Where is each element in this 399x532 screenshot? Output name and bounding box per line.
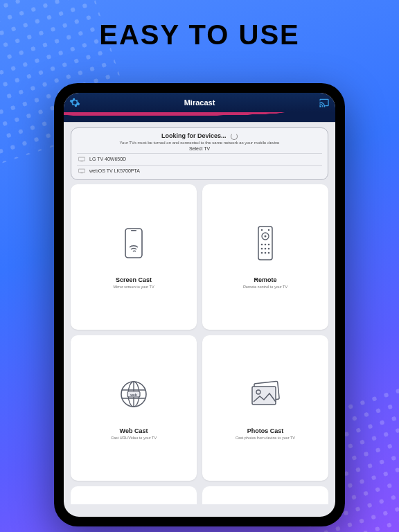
device-panel: Looking for Devices... Your TVs must be … bbox=[71, 127, 328, 180]
device-row[interactable]: LG TV 40W650D bbox=[77, 153, 322, 165]
svg-point-11 bbox=[261, 243, 263, 245]
card-subtitle: Remote control to your TV bbox=[243, 285, 287, 289]
svg-rect-1 bbox=[80, 161, 82, 161]
partial-card[interactable] bbox=[202, 486, 328, 504]
card-subtitle: Cast URL/Video to your TV bbox=[111, 436, 157, 440]
svg-point-17 bbox=[261, 251, 263, 254]
svg-point-15 bbox=[265, 247, 267, 249]
svg-rect-6 bbox=[258, 227, 272, 260]
looking-label: Looking for Devices... bbox=[161, 132, 227, 139]
svg-rect-25 bbox=[252, 387, 276, 405]
card-title: Screen Cast bbox=[116, 276, 152, 283]
svg-rect-2 bbox=[78, 169, 85, 172]
svg-text:web: web bbox=[130, 392, 137, 396]
promo-headline: EASY TO USE bbox=[0, 19, 399, 51]
partial-card[interactable] bbox=[71, 486, 197, 504]
svg-point-16 bbox=[268, 247, 270, 249]
app-title: Miracast bbox=[64, 98, 335, 107]
svg-point-10 bbox=[268, 229, 269, 230]
svg-rect-3 bbox=[80, 172, 82, 173]
card-subtitle: Cast photos from device to your TV bbox=[236, 436, 295, 440]
tv-icon bbox=[78, 157, 85, 162]
tablet-screen: Miracast Looking for Devices... Your TVs… bbox=[64, 93, 335, 517]
device-name: webOS TV LK5700PTA bbox=[89, 168, 140, 173]
tablet-frame: Miracast Looking for Devices... Your TVs… bbox=[54, 83, 345, 526]
screen-cast-card[interactable]: Screen Cast Mirror screen to your TV bbox=[71, 184, 197, 330]
svg-point-9 bbox=[261, 229, 263, 230]
svg-point-13 bbox=[268, 243, 270, 245]
svg-rect-5 bbox=[131, 230, 136, 231]
card-subtitle: Mirror screen to your TV bbox=[113, 285, 154, 289]
svg-point-14 bbox=[261, 247, 263, 249]
tv-icon bbox=[78, 168, 85, 174]
svg-rect-0 bbox=[78, 157, 85, 161]
card-title: Photos Cast bbox=[247, 427, 284, 434]
header-wave bbox=[64, 112, 335, 123]
card-title: Web Cast bbox=[120, 427, 148, 434]
feature-grid: Screen Cast Mirror screen to your TV Rem… bbox=[71, 184, 328, 504]
web-cast-card[interactable]: web Web Cast Cast URL/Video to your TV bbox=[71, 335, 197, 481]
device-row[interactable]: webOS TV LK5700PTA bbox=[77, 165, 322, 177]
remote-card[interactable]: Remote Remote control to your TV bbox=[202, 184, 328, 330]
app-bar: Miracast bbox=[64, 93, 335, 112]
spinner-icon bbox=[231, 133, 238, 140]
card-title: Remote bbox=[254, 276, 276, 283]
svg-point-19 bbox=[268, 251, 270, 254]
svg-point-18 bbox=[265, 251, 267, 254]
select-tv-label: Select TV bbox=[77, 146, 322, 151]
looking-heading: Looking for Devices... bbox=[77, 132, 322, 140]
photos-icon bbox=[248, 376, 283, 412]
network-hint: Your TVs must be turned on and connected… bbox=[77, 141, 322, 145]
globe-icon: web bbox=[118, 376, 150, 412]
device-name: LG TV 40W650D bbox=[89, 157, 126, 161]
content-area: Looking for Devices... Your TVs must be … bbox=[64, 122, 335, 517]
svg-rect-4 bbox=[125, 229, 142, 258]
remote-icon bbox=[258, 225, 273, 261]
svg-point-12 bbox=[265, 243, 267, 245]
svg-point-8 bbox=[265, 235, 267, 237]
phone-mirror-icon bbox=[125, 225, 143, 261]
photos-cast-card[interactable]: Photos Cast Cast photos from device to y… bbox=[202, 335, 328, 481]
